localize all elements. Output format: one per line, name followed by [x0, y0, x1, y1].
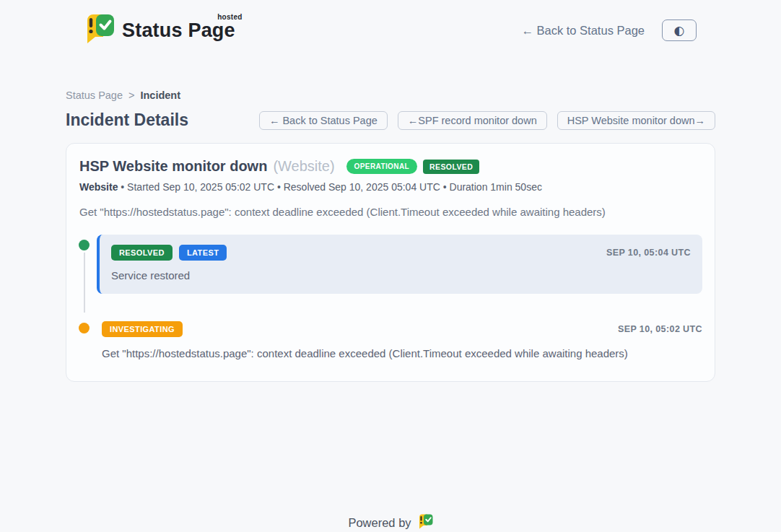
breadcrumb: Status Page > Incident: [66, 90, 715, 101]
half-circle-theme-icon: ◐: [674, 25, 685, 37]
header-back-link[interactable]: ← Back to Status Page: [521, 24, 645, 38]
resolved-status-badge: RESOLVED: [423, 160, 479, 174]
incident-nav-buttons: ← Back to Status Page ←SPF record monito…: [259, 111, 715, 130]
timeline-investigating-badge-row: INVESTIGATING SEP 10, 05:02 UTC: [102, 321, 702, 337]
latest-badge: LATEST: [179, 245, 227, 261]
timeline-entry-investigating: INVESTIGATING SEP 10, 05:02 UTC Get "htt…: [79, 321, 702, 359]
brand-logo[interactable]: Status Page hosted: [84, 14, 238, 47]
incident-title: HSP Website monitor down: [79, 158, 267, 175]
back-to-status-page-button[interactable]: ← Back to Status Page: [259, 111, 388, 130]
incident-component: (Website): [273, 158, 334, 175]
timeline-resolved-message: Service restored: [111, 269, 691, 282]
timeline-resolved-badge-row: RESOLVED LATEST SEP 10, 05:04 UTC: [111, 245, 691, 261]
timeline-dot-investigating: [79, 323, 90, 333]
page-title: Incident Details: [66, 110, 188, 130]
timeline-entry-resolved: RESOLVED LATEST SEP 10, 05:04 UTC Servic…: [79, 235, 702, 294]
powered-by-label: Powered by: [348, 516, 411, 530]
brand-superscript: hosted: [217, 13, 243, 21]
brand-name: Status Page hosted: [122, 19, 238, 42]
theme-toggle-button[interactable]: ◐: [662, 19, 697, 41]
incident-meta: Website • Started Sep 10, 2025 05:02 UTC…: [79, 181, 702, 193]
incident-timeline: RESOLVED LATEST SEP 10, 05:04 UTC Servic…: [79, 235, 702, 359]
title-row: Incident Details ← Back to Status Page ←…: [66, 110, 715, 130]
breadcrumb-incident: Incident: [140, 90, 180, 101]
incident-service: Website: [79, 181, 118, 193]
header: Status Page hosted ← Back to Status Page…: [84, 0, 697, 53]
next-incident-button[interactable]: HSP Website monitor down→: [557, 111, 715, 130]
incident-card: HSP Website monitor down (Website) OPERA…: [66, 143, 715, 382]
timeline-investigating-timestamp: SEP 10, 05:02 UTC: [618, 324, 702, 334]
main-content: Status Page > Incident Incident Details …: [66, 90, 715, 382]
investigating-badge: INVESTIGATING: [102, 321, 183, 337]
breadcrumb-status-page[interactable]: Status Page: [66, 90, 123, 101]
prev-incident-button[interactable]: ←SPF record monitor down: [398, 111, 547, 130]
timeline-resolved-box: RESOLVED LATEST SEP 10, 05:04 UTC Servic…: [97, 235, 702, 294]
header-actions: ← Back to Status Page ◐: [521, 19, 697, 41]
timeline-dot-resolved: [79, 240, 90, 250]
status-bubble-icon-small: [418, 514, 433, 532]
footer: Powered by © 2025-10-08 14:10:34.772084 …: [0, 514, 781, 532]
timeline-investigating-message: Get "https://hostedstatus.page": context…: [102, 347, 702, 359]
powered-by[interactable]: Powered by: [348, 514, 432, 532]
timeline-resolved-timestamp: SEP 10, 05:04 UTC: [606, 248, 691, 258]
incident-description: Get "https://hostedstatus.page": context…: [79, 206, 702, 218]
incident-meta-details: • Started Sep 10, 2025 05:02 UTC • Resol…: [121, 181, 542, 193]
incident-header: HSP Website monitor down (Website) OPERA…: [79, 158, 702, 175]
breadcrumb-separator: >: [128, 90, 134, 101]
operational-status-badge: OPERATIONAL: [346, 159, 417, 174]
resolved-badge: RESOLVED: [111, 245, 173, 261]
status-bubble-icon: [84, 14, 115, 47]
